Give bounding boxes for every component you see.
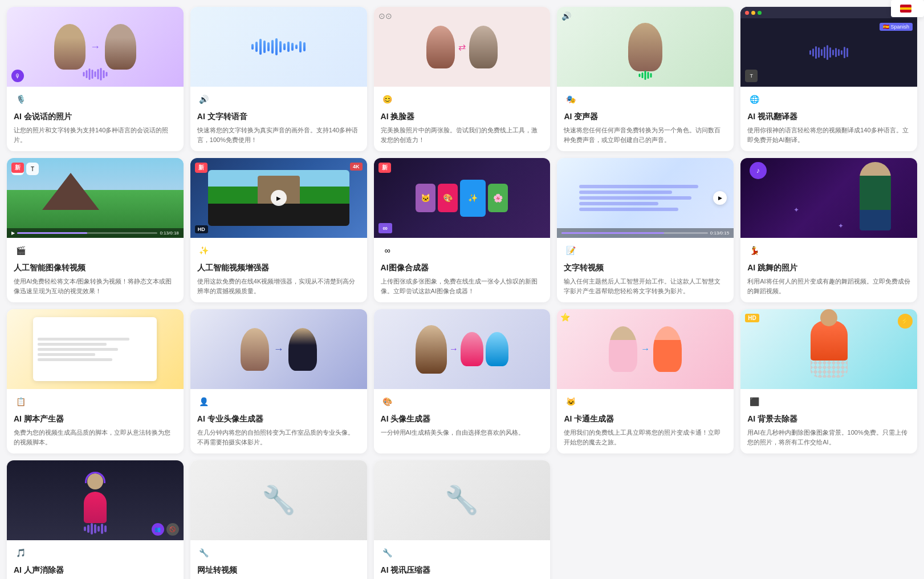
card-desc-script-gen: 免费为您的视频生成高品质的脚本，立即从意法转换为您的视频脚本。	[14, 428, 177, 447]
card-img-to-video[interactable]: 新▶0:13/0:18🖼T🎬人工智能图像转视频使用AI免费轻松将文本/图象转换为…	[7, 158, 184, 302]
card-avatar-gen[interactable]: →🎨AI 头像生成器一分钟用AI生成精美头像，自由选择您喜欢的风格。	[374, 309, 551, 454]
card-icon-video-translate: 🌐	[747, 92, 761, 106]
card-title-text-to-video: 文字转视频	[564, 263, 727, 273]
card-title-img-to-video: 人工智能图像转视频	[14, 263, 177, 273]
card-body-voice-remove: 🎵AI 人声消除器通过AI免费分离人声和背景音讯，100%免费，支持多种格式。	[7, 540, 184, 579]
card-desc-talking-photo: 让您的照片和文字转换为支持140多种语言的会说话的照片。	[14, 125, 177, 144]
card-icon-bg-removal: ⬛	[747, 395, 761, 408]
card-title-video-translate: AI 视讯翻译器	[747, 112, 910, 122]
badge-new-img-to-video: 新	[11, 163, 24, 173]
card-title-image-composer: AI图像合成器	[381, 263, 544, 273]
card-desc-video-translate: 使用你很神的语言轻松将您的视频翻译成140多种语言。立即免费开始AI翻译。	[747, 125, 910, 144]
card-grid: →🎙🎙️AI 会说话的照片让您的照片和文字转换为支持140多种语言的会说话的照片…	[0, 0, 924, 579]
card-desc-img-to-video: 使用AI免费轻松将文本/图象转换为视频！将静态文本或图像迅速呈现为互动的视觉效果…	[14, 277, 177, 295]
card-body-bg-removal: ⬛AI 背景去除器用AI在几秒种内删除图像图象背景。100%免费。只需上传您的照…	[740, 389, 917, 454]
card-icon-talking-photo: 🎙️	[14, 92, 27, 106]
card-image-image-composer: 🐱🎨✨🌸∞	[374, 158, 551, 238]
card-text-to-speech[interactable]: 🔊AI 文字转语音快速将您的文字转换为真实声音的画外音。支持140多种语言，10…	[190, 7, 367, 151]
card-title-video-enhancer: 人工智能视频增强器	[197, 263, 360, 273]
card-url-video[interactable]: 🔧🔧网址转视频只需输入您的URL，我们就会在几分钟内将部落格文章或亚马逊页面转换…	[190, 460, 367, 579]
card-cartoon[interactable]: →⭐🐱AI 卡通生成器使用我们的免费线上工具立即将您的照片变成卡通！立即开始您的…	[557, 309, 734, 454]
card-face-swap[interactable]: ⇄⊙⊙😊AI 换脸器完美换脸照片中的两张脸。尝试我们的免费线上工具，激发您的创造…	[374, 7, 551, 151]
card-image-cartoon: →⭐	[557, 309, 734, 389]
card-desc-dancing-photo: 利用AI将任何人的照片变成有趣的舞蹈视频。立即免费成份的舞蹈视频。	[747, 277, 910, 295]
badge-new-video-enhancer: 新	[195, 163, 207, 173]
card-desc-face-swap: 完美换脸照片中的两张脸。尝试我们的免费线上工具，激发您的创造力！	[381, 125, 544, 144]
card-body-image-composer: ∞AI图像合成器上传图张或多张图象，免费在线生成一张令人惊叹的新图像。立即尝试这…	[374, 238, 551, 302]
card-image-talking-photo: →🎙	[7, 7, 184, 87]
card-icon-dancing-photo: 💃	[747, 244, 761, 257]
card-headshot[interactable]: →👤AI 专业头像生成器在几分钟内将您的自拍照转变为工作室品质的专业头像。不再需…	[190, 309, 367, 454]
card-text-to-video[interactable]: ▶0:13/0:15📝文字转视频输入任何主题然后人工智慧开始工作。让这款人工智慧…	[557, 158, 734, 302]
card-image-video-enhancer: 4KHD▶	[190, 158, 367, 238]
card-video-translate[interactable]: 🇪🇸 SpanishT🌐AI 视讯翻译器使用你很神的语言轻松将您的视频翻译成14…	[740, 7, 917, 151]
card-script-gen[interactable]: 📋AI 脚本产生器免费为您的视频生成高品质的脚本，立即从意法转换为您的视频脚本。	[7, 309, 184, 454]
card-image-video-compress: 🔧	[374, 460, 551, 540]
card-icon-script-gen: 📋	[14, 395, 27, 408]
card-body-voice-changer: 🎭AI 变声器快速将您任何任何声音免费转换为另一个角色。访问数百种免费声音，或立…	[557, 87, 734, 151]
spanish-flag-icon	[900, 5, 911, 13]
card-image-bg-removal: ⚡HD	[740, 309, 917, 389]
card-icon-url-video: 🔧	[197, 546, 211, 560]
card-voice-remove[interactable]: 👥🚫🎵AI 人声消除器通过AI免费分离人声和背景音讯，100%免费，支持多种格式…	[7, 460, 184, 579]
card-body-text-to-speech: 🔊AI 文字转语音快速将您的文字转换为真实声音的画外音。支持140多种语言，10…	[190, 87, 367, 151]
language-selector[interactable]	[891, 0, 924, 17]
card-body-dancing-photo: 💃AI 跳舞的照片利用AI将任何人的照片变成有趣的舞蹈视频。立即免费成份的舞蹈视…	[740, 238, 917, 302]
card-image-url-video: 🔧	[190, 460, 367, 540]
card-icon-video-enhancer: ✨	[197, 244, 211, 257]
card-image-img-to-video: ▶0:13/0:18🖼T	[7, 158, 184, 238]
card-body-video-translate: 🌐AI 视讯翻译器使用你很神的语言轻松将您的视频翻译成140多种语言。立即免费开…	[740, 87, 917, 151]
card-image-face-swap: ⇄⊙⊙	[374, 7, 551, 87]
card-desc-voice-changer: 快速将您任何任何声音免费转换为另一个角色。访问数百种免费声音，或立即创建自己的声…	[564, 125, 727, 144]
card-image-headshot: →	[190, 309, 367, 389]
card-desc-image-composer: 上传图张或多张图象，免费在线生成一张令人惊叹的新图像。立即尝试这款AI图像合成器…	[381, 277, 544, 295]
card-body-headshot: 👤AI 专业头像生成器在几分钟内将您的自拍照转变为工作室品质的专业头像。不再需要…	[190, 389, 367, 454]
card-video-compress[interactable]: 🔧🔧AI 视讯压缩器线上批次缩小视讯档案大小且不损失品质。支持MP4、MKV、A…	[374, 460, 551, 579]
card-title-url-video: 网址转视频	[197, 565, 360, 576]
card-dancing-photo[interactable]: ✦✦✦♪💃AI 跳舞的照片利用AI将任何人的照片变成有趣的舞蹈视频。立即免费成份…	[740, 158, 917, 302]
card-image-text-to-video: ▶0:13/0:15	[557, 158, 734, 238]
card-title-face-swap: AI 换脸器	[381, 112, 544, 122]
card-icon-text-to-speech: 🔊	[197, 92, 211, 106]
card-title-bg-removal: AI 背景去除器	[747, 414, 910, 424]
card-icon-face-swap: 😊	[381, 92, 394, 106]
card-icon-cartoon: 🐱	[564, 395, 577, 408]
card-title-voice-changer: AI 变声器	[564, 112, 727, 122]
card-body-script-gen: 📋AI 脚本产生器免费为您的视频生成高品质的脚本，立即从意法转换为您的视频脚本。	[7, 389, 184, 454]
card-image-text-to-speech	[190, 7, 367, 87]
card-icon-voice-changer: 🎭	[564, 92, 577, 106]
card-desc-text-to-video: 输入任何主题然后人工智慧开始工作。让这款人工智慧文字影片产生器帮助您轻松将文字转…	[564, 277, 727, 295]
card-body-text-to-video: 📝文字转视频输入任何主题然后人工智慧开始工作。让这款人工智慧文字影片产生器帮助您…	[557, 238, 734, 302]
card-bg-removal[interactable]: ⚡HD⬛AI 背景去除器用AI在几秒种内删除图像图象背景。100%免费。只需上传…	[740, 309, 917, 454]
card-talking-photo[interactable]: →🎙🎙️AI 会说话的照片让您的照片和文字转换为支持140多种语言的会说话的照片…	[7, 7, 184, 151]
card-image-avatar-gen: →	[374, 309, 551, 389]
card-icon-video-compress: 🔧	[381, 546, 394, 560]
card-image-dancing-photo: ✦✦✦♪	[740, 158, 917, 238]
card-body-avatar-gen: 🎨AI 头像生成器一分钟用AI生成精美头像，自由选择您喜欢的风格。	[374, 389, 551, 444]
card-body-talking-photo: 🎙️AI 会说话的照片让您的照片和文字转换为支持140多种语言的会说话的照片。	[7, 87, 184, 151]
card-body-face-swap: 😊AI 换脸器完美换脸照片中的两张脸。尝试我们的免费线上工具，激发您的创造力！	[374, 87, 551, 151]
card-image-video-translate: 🇪🇸 SpanishT	[740, 7, 917, 87]
card-desc-bg-removal: 用AI在几秒种内删除图像图象背景。100%免费。只需上传您的照片，将所有工作交给…	[747, 428, 910, 447]
card-title-avatar-gen: AI 头像生成器	[381, 414, 544, 424]
card-title-voice-remove: AI 人声消除器	[14, 565, 177, 576]
card-icon-text-to-video: 📝	[564, 244, 577, 257]
card-body-img-to-video: 🎬人工智能图像转视频使用AI免费轻松将文本/图象转换为视频！将静态文本或图像迅速…	[7, 238, 184, 302]
card-image-voice-changer: 🔊	[557, 7, 734, 87]
card-title-headshot: AI 专业头像生成器	[197, 414, 360, 424]
card-body-video-enhancer: ✨人工智能视频增强器使用这款免费的在线4K视频增强器，实现从不清楚到高分辨率的震…	[190, 238, 367, 302]
card-title-talking-photo: AI 会说话的照片	[14, 112, 177, 122]
card-desc-text-to-speech: 快速将您的文字转换为真实声音的画外音。支持140多种语言，100%免费使用！	[197, 125, 360, 144]
card-title-cartoon: AI 卡通生成器	[564, 414, 727, 424]
card-desc-headshot: 在几分钟内将您的自拍照转变为工作室品质的专业头像。不再需要拍摄实体影片。	[197, 428, 360, 447]
card-title-script-gen: AI 脚本产生器	[14, 414, 177, 424]
card-image-script-gen	[7, 309, 184, 389]
card-icon-voice-remove: 🎵	[14, 546, 27, 560]
card-icon-headshot: 👤	[197, 395, 211, 408]
badge-new-image-composer: 新	[378, 163, 391, 173]
card-video-enhancer[interactable]: 新4KHD▶✨人工智能视频增强器使用这款免费的在线4K视频增强器，实现从不清楚到…	[190, 158, 367, 302]
card-body-cartoon: 🐱AI 卡通生成器使用我们的免费线上工具立即将您的照片变成卡通！立即开始您的魔去…	[557, 389, 734, 454]
card-title-dancing-photo: AI 跳舞的照片	[747, 263, 910, 273]
card-voice-changer[interactable]: 🔊🎭AI 变声器快速将您任何任何声音免费转换为另一个角色。访问数百种免费声音，或…	[557, 7, 734, 151]
card-image-composer[interactable]: 新🐱🎨✨🌸∞∞AI图像合成器上传图张或多张图象，免费在线生成一张令人惊叹的新图像…	[374, 158, 551, 302]
